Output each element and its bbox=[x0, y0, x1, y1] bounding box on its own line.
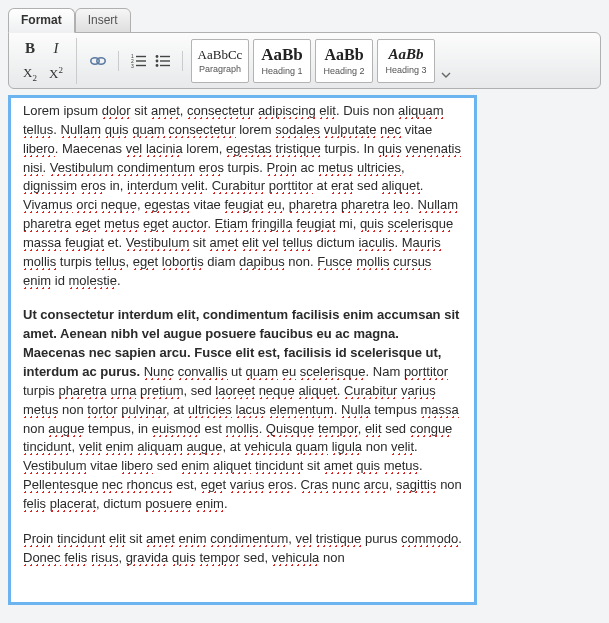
toolbar-tabs: Format Insert bbox=[8, 8, 601, 32]
rich-text-editor: Format Insert B X2 I X2 bbox=[8, 8, 601, 605]
text-format-group: B X2 I X2 bbox=[15, 38, 77, 84]
style-preview: AaBb bbox=[261, 46, 303, 63]
list-group: 1 2 3 bbox=[125, 51, 183, 71]
svg-point-1 bbox=[97, 58, 105, 64]
link-button[interactable] bbox=[85, 51, 111, 71]
editor-content-frame: Lorem ipsum dolor sit amet, consectetur … bbox=[8, 95, 477, 605]
style-caption: Paragraph bbox=[199, 64, 241, 74]
style-preview: AaBb bbox=[388, 47, 423, 62]
toolbar: B X2 I X2 1 2 3 bbox=[8, 32, 601, 89]
style-more-button[interactable] bbox=[439, 39, 453, 83]
italic-button[interactable]: I bbox=[43, 38, 69, 58]
svg-point-9 bbox=[156, 60, 159, 63]
style-caption: Heading 3 bbox=[385, 65, 426, 75]
style-paragraph-button[interactable]: AaBbCc Paragraph bbox=[191, 39, 249, 83]
superscript-button[interactable]: X2 bbox=[43, 64, 69, 84]
style-heading1-button[interactable]: AaBb Heading 1 bbox=[253, 39, 311, 83]
style-preview: AaBb bbox=[324, 47, 363, 63]
svg-point-8 bbox=[156, 55, 159, 58]
bullet-list-icon bbox=[155, 54, 171, 68]
subscript-button[interactable]: X2 bbox=[17, 64, 43, 84]
bold-button[interactable]: B bbox=[17, 38, 43, 58]
ordered-list-icon: 1 2 3 bbox=[131, 54, 147, 68]
editor-content[interactable]: Lorem ipsum dolor sit amet, consectetur … bbox=[11, 98, 474, 602]
link-icon bbox=[89, 55, 107, 67]
tab-insert[interactable]: Insert bbox=[75, 8, 131, 33]
link-group bbox=[83, 51, 119, 71]
style-caption: Heading 1 bbox=[261, 66, 302, 76]
style-caption: Heading 2 bbox=[323, 66, 364, 76]
svg-text:3: 3 bbox=[131, 63, 134, 68]
style-heading2-button[interactable]: AaBb Heading 2 bbox=[315, 39, 373, 83]
svg-point-10 bbox=[156, 64, 159, 67]
tab-format[interactable]: Format bbox=[8, 8, 75, 33]
style-preview: AaBbCc bbox=[198, 48, 243, 61]
ordered-list-button[interactable]: 1 2 3 bbox=[127, 51, 151, 71]
chevron-down-icon bbox=[441, 72, 451, 78]
bullet-list-button[interactable] bbox=[151, 51, 175, 71]
style-heading3-button[interactable]: AaBb Heading 3 bbox=[377, 39, 435, 83]
style-group: AaBbCc Paragraph AaBb Heading 1 AaBb Hea… bbox=[189, 39, 455, 83]
